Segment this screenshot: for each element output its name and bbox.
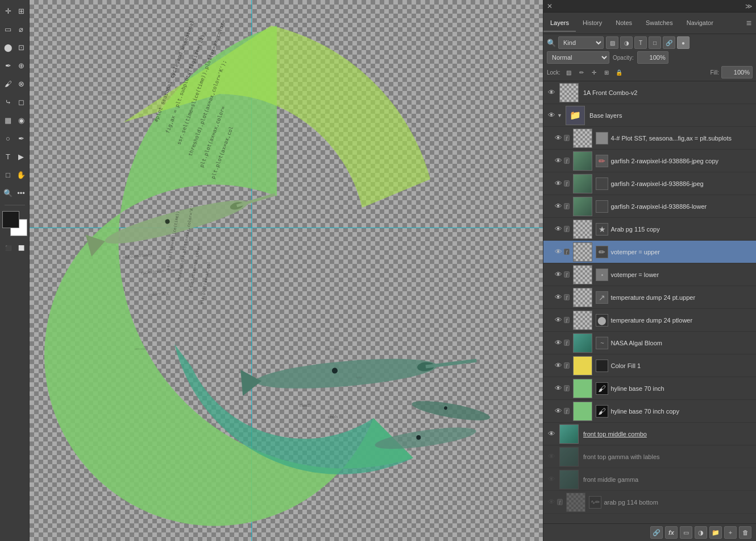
tab-notes[interactable]: Notes (609, 15, 639, 32)
visibility-toggle[interactable]: 👁 (553, 224, 564, 235)
visibility-toggle[interactable]: 👁 (553, 155, 564, 167)
crop-tool[interactable]: ⊡ (15, 39, 27, 56)
path-select-tool[interactable]: ▶ (15, 148, 27, 165)
blur-tool[interactable]: ◉ (15, 111, 27, 129)
panel-close-btn[interactable]: ✕ (547, 2, 553, 10)
eyedropper-tool[interactable]: ✒ (2, 57, 14, 74)
layer-item[interactable]: 👁 ƒ 4-# Plot SST, seasona...fig,ax = plt… (543, 127, 756, 150)
group-expand-arrow[interactable]: ▼ (557, 113, 562, 118)
filter-smart-icon[interactable]: 🔗 (663, 36, 675, 49)
eraser-tool[interactable]: ◻ (15, 93, 27, 110)
layer-item[interactable]: 👁 ƒ ★ Arab pg 115 copy (543, 218, 756, 241)
visibility-toggle[interactable]: 👁 (553, 315, 564, 326)
layer-item[interactable]: 👁 ƒ ✏ garfish 2-rawpixel-id-938886-jpeg … (543, 150, 756, 172)
link-layers-btn[interactable]: 🔗 (650, 526, 663, 539)
screen-mode[interactable]: ⬜ (15, 239, 27, 257)
visibility-toggle[interactable]: 👁 (553, 337, 564, 349)
gradient-tool[interactable]: ▦ (2, 111, 14, 129)
visibility-toggle[interactable]: 👁 (546, 110, 557, 121)
layer-item[interactable]: 👁 ƒ ∿✏ arab pg 114 bottom (543, 491, 756, 514)
layer-fx-btn[interactable]: fx (665, 526, 678, 539)
layer-item[interactable]: 👁 ƒ ✏ votemper = upper (543, 241, 756, 263)
tab-swatches[interactable]: Swatches (639, 15, 680, 32)
layer-item[interactable]: 👁 ƒ garfish 2-rawpixel-id-938886-lower (543, 195, 756, 218)
visibility-toggle[interactable]: 👁 (546, 497, 557, 508)
layer-item[interactable]: 👁 ▼ 📁 Base layers (543, 104, 756, 127)
mask-mode[interactable]: ⬛ (2, 239, 14, 257)
filter-type-icon[interactable]: T (634, 36, 647, 49)
visibility-toggle[interactable]: 👁 (553, 269, 564, 280)
marquee-tool[interactable]: ▭ (2, 20, 14, 38)
shape-tool[interactable]: □ (2, 166, 14, 183)
visibility-toggle[interactable]: 👁 (553, 383, 564, 394)
layer-item[interactable]: 👁 front middle gamma (543, 468, 756, 491)
type-tool[interactable]: T (2, 148, 14, 165)
layer-name: garfish 2-rawpixel-id-938886-jpeg (608, 180, 754, 187)
visibility-toggle[interactable]: 👁 (553, 246, 564, 258)
visibility-toggle[interactable]: 👁 (553, 133, 564, 144)
heal-tool[interactable]: ⊕ (15, 57, 27, 74)
visibility-toggle[interactable]: 👁 (553, 201, 564, 212)
panel-collapse-btn[interactable]: ≫ (745, 2, 753, 10)
layer-item[interactable]: 👁 ƒ 🖌 hyline base 70 inch (543, 377, 756, 400)
add-mask-btn[interactable]: ▭ (680, 526, 692, 539)
filter-shape-icon[interactable]: □ (649, 36, 661, 49)
layer-item[interactable]: 👁 1A Front Combo-v2 (543, 81, 756, 104)
layer-item[interactable]: 👁 ƒ ↗ temperature dump 24 pt.upper (543, 286, 756, 309)
layer-item[interactable]: 👁 ƒ Color Fill 1 (543, 354, 756, 377)
pen-tool[interactable]: ✒ (15, 130, 27, 147)
kind-filter-select[interactable]: Kind (558, 36, 604, 49)
extra-tool[interactable]: ••• (15, 184, 27, 201)
dodge-tool[interactable]: ○ (2, 130, 14, 147)
visibility-toggle[interactable]: 👁 (553, 360, 564, 371)
filter-adj-icon[interactable]: ◑ (620, 36, 633, 49)
visibility-toggle[interactable]: 👁 (553, 178, 564, 189)
layer-mask (596, 200, 608, 213)
layer-item[interactable]: 👁 ƒ garfish 2-rawpixel-id-938886-jpeg (543, 172, 756, 195)
tab-layers[interactable]: Layers (543, 15, 576, 32)
layer-item[interactable]: 👁 front top middle combo (543, 423, 756, 445)
zoom-tool[interactable]: 🔍 (2, 184, 14, 201)
visibility-toggle[interactable]: 👁 (546, 451, 557, 462)
visibility-toggle[interactable]: 👁 (553, 292, 564, 303)
layer-item[interactable]: 👁 ƒ ~ NASA Algal Bloom (543, 332, 756, 354)
canvas-area: #plot seasonal_cycle,and_unseasonal fig,… (30, 0, 543, 541)
adjustment-layer-btn[interactable]: ◑ (695, 526, 707, 539)
layer-name[interactable]: front top middle combo (581, 431, 754, 437)
layer-item[interactable]: 👁 front top gamma with lables (543, 445, 756, 468)
visibility-toggle[interactable]: 👁 (546, 428, 557, 440)
lasso-tool[interactable]: ⌀ (15, 20, 27, 38)
fill-input[interactable] (721, 66, 753, 79)
svg-text:plt.plot(ax=ax,color=: plt.plot(ax=ax,color= (188, 243, 201, 294)
opacity-input[interactable] (637, 51, 668, 64)
filter-toggle[interactable]: ● (677, 36, 689, 49)
lock-all-icon[interactable]: 🔒 (614, 67, 624, 77)
foreground-color[interactable] (2, 211, 19, 228)
new-layer-btn[interactable]: + (724, 526, 737, 539)
layer-item[interactable]: 👁 ƒ 🖌 hyline base 70 inch copy (543, 400, 756, 423)
new-group-btn[interactable]: 📁 (709, 526, 722, 539)
tab-history[interactable]: History (576, 15, 609, 32)
tab-navigator[interactable]: Navigator (680, 15, 720, 32)
lock-position-icon[interactable]: ✛ (589, 67, 599, 77)
lock-artboard-icon[interactable]: ⊞ (601, 67, 612, 77)
layer-item[interactable]: 👁 ƒ • votemper = lower (543, 263, 756, 286)
quick-select-tool[interactable]: ⬤ (2, 39, 14, 56)
history-brush-tool[interactable]: ⤷ (2, 93, 14, 110)
move-tool[interactable]: ✛ (2, 2, 14, 19)
blend-mode-select[interactable]: Normal (547, 51, 609, 64)
panel-menu-btn[interactable]: ≡ (742, 18, 756, 28)
layer-item[interactable]: 👁 ƒ ⬤ temperature dump 24 ptlower (543, 309, 756, 332)
artboard-tool[interactable]: ⊞ (15, 2, 27, 19)
filter-pixel-icon[interactable]: ▨ (606, 36, 618, 49)
delete-layer-btn[interactable]: 🗑 (739, 526, 751, 539)
clone-tool[interactable]: ⊗ (15, 75, 27, 92)
visibility-toggle[interactable]: 👁 (553, 406, 564, 417)
visibility-toggle[interactable]: 👁 (546, 474, 557, 485)
hand-tool[interactable]: ✋ (15, 166, 27, 183)
brush-tool[interactable]: 🖌 (2, 75, 14, 92)
lock-pixels-icon[interactable]: ✏ (576, 67, 587, 77)
visibility-toggle[interactable]: 👁 (546, 87, 557, 98)
layer-fx-badge: ƒ (564, 180, 570, 187)
lock-transparent-icon[interactable]: ▨ (564, 67, 574, 77)
